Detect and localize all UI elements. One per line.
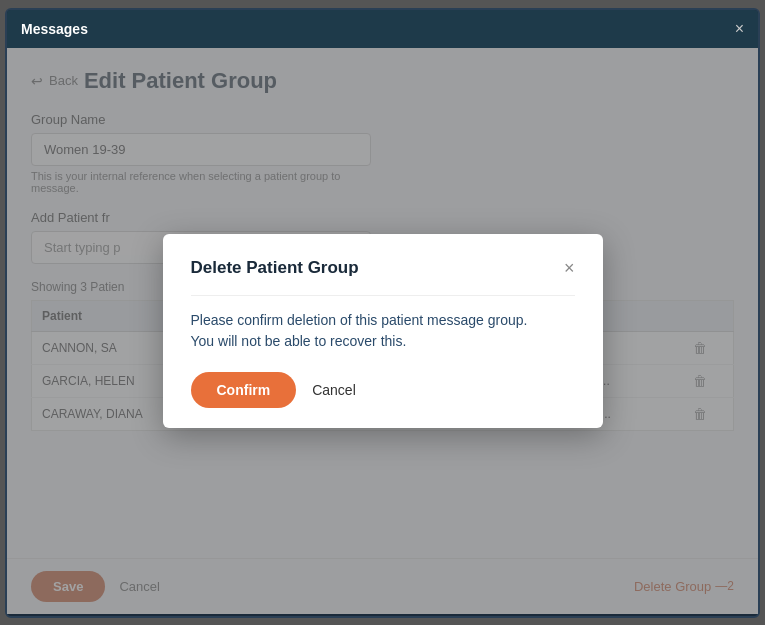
confirm-dialog-close-button[interactable]: × <box>564 258 575 279</box>
confirm-dialog-actions: Confirm Cancel <box>191 372 575 408</box>
confirm-dialog-header: Delete Patient Group × <box>191 258 575 279</box>
window-title: Messages <box>21 21 88 37</box>
main-window: Messages × ↩ Back Edit Patient Group Gro… <box>5 8 760 618</box>
confirm-message-line2: You will not be able to recover this. <box>191 333 407 349</box>
confirm-dialog: Delete Patient Group × Please confirm de… <box>163 234 603 428</box>
confirm-button[interactable]: Confirm <box>191 372 297 408</box>
confirm-message-line1: Please confirm deletion of this patient … <box>191 312 528 328</box>
title-bar: Messages × <box>7 10 758 48</box>
confirm-dialog-title: Delete Patient Group <box>191 258 359 278</box>
dialog-cancel-button[interactable]: Cancel <box>312 382 356 398</box>
bg-content: ↩ Back Edit Patient Group Group Name Thi… <box>7 48 758 614</box>
confirm-dialog-body: Please confirm deletion of this patient … <box>191 295 575 352</box>
window-close-button[interactable]: × <box>735 20 744 38</box>
